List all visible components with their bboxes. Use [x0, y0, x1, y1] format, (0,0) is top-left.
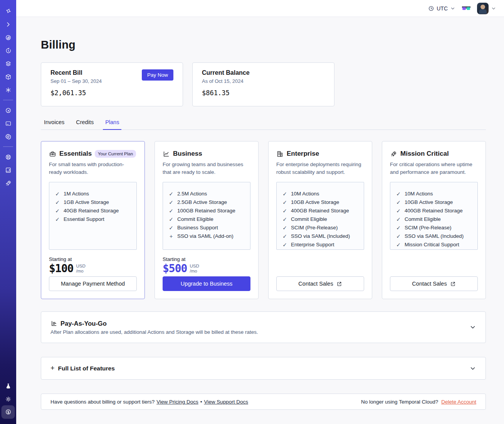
tab-plans[interactable]: Plans [104, 117, 120, 130]
feature-item: ✓1M Actions [55, 190, 131, 198]
upgrade-business-button[interactable]: Upgrade to Business [163, 276, 250, 291]
delete-account-link[interactable]: Delete Account [441, 399, 476, 405]
asterisk-icon[interactable] [2, 83, 15, 96]
feature-text: 1GB Active Storage [64, 198, 109, 207]
feature-text: 40GB Retained Storage [64, 207, 119, 215]
check-icon: ✓ [396, 241, 401, 249]
docs-book-icon[interactable] [2, 163, 15, 177]
feature-text: Business Support [177, 224, 218, 232]
billing-dollar-icon[interactable] [2, 405, 15, 419]
currency-label: USD [76, 264, 85, 269]
chevron-right-icon[interactable] [2, 18, 15, 31]
footer-separator: • [200, 399, 202, 405]
current-balance-card: Current Balance As of Oct 15, 2024 $861.… [192, 62, 334, 106]
plan-description: For small teams with production-ready wo… [49, 161, 137, 176]
check-icon: ✓ [282, 198, 287, 207]
price-block: Starting at $500 USD/mo [163, 256, 250, 274]
tab-invoices[interactable]: Invoices [43, 117, 65, 130]
contact-sales-button[interactable]: Contact Sales [276, 276, 364, 291]
cube-icon[interactable] [2, 70, 15, 83]
check-icon: ✓ [168, 198, 174, 207]
check-icon: ✓ [396, 207, 401, 215]
check-icon: ✓ [396, 215, 401, 224]
namespaces-icon[interactable] [2, 31, 15, 44]
layers-icon[interactable] [2, 57, 15, 70]
chevron-down-icon [450, 6, 455, 11]
feature-text: Enterprise Support [291, 241, 334, 249]
theme-sun-icon[interactable] [2, 392, 15, 405]
check-icon: ✓ [282, 207, 287, 215]
feature-text: 400GB Retained Storage [291, 207, 349, 215]
current-balance-amount: $861.35 [202, 89, 325, 97]
feature-item: ✓100GB Retained Storage [168, 207, 245, 215]
plan-name: Business [173, 150, 202, 158]
avatar [477, 3, 489, 14]
check-icon: ✓ [282, 232, 287, 241]
user-menu[interactable] [477, 3, 496, 14]
plan-price: $100 [49, 263, 73, 274]
chevron-down-icon[interactable] [469, 365, 476, 372]
sidebar-divider [3, 146, 13, 147]
contact-sales-button[interactable]: Contact Sales [390, 276, 478, 291]
footer-delete-question: No longer using Temporal Cloud? [361, 399, 438, 405]
check-icon: ✓ [282, 215, 287, 224]
chevron-down-icon[interactable] [469, 324, 476, 331]
view-support-docs-link[interactable]: View Support Docs [204, 399, 248, 405]
feature-item: ✓Enterprise Support [282, 241, 358, 249]
current-plan-badge: Your Current Plan [95, 150, 136, 158]
feature-item: ✓Commit Eligible [282, 215, 358, 224]
plan-name: Essentials [59, 150, 92, 158]
billing-footer: Have questions about billing or support … [41, 394, 486, 410]
recent-bill-title: Recent Bill [50, 69, 102, 76]
check-icon: ✓ [282, 224, 287, 232]
view-pricing-docs-link[interactable]: View Pricing Docs [156, 399, 198, 405]
feature-item: ✓Essential Support [55, 215, 131, 224]
check-icon: ✓ [396, 190, 401, 198]
feature-text: Commit Eligible [177, 215, 213, 224]
feature-item: ✓400GB Retained Storage [396, 207, 472, 215]
feature-list: ✓1M Actions ✓1GB Active Storage ✓40GB Re… [49, 182, 137, 250]
temporal-logo[interactable] [2, 5, 15, 18]
pay-now-button[interactable]: Pay Now [142, 69, 173, 81]
feature-item: ✓10GB Active Storage [282, 198, 358, 207]
feature-text: Commit Eligible [291, 215, 327, 224]
check-icon: ✓ [396, 224, 401, 232]
line-chart-icon [163, 150, 170, 158]
pay-as-you-go-section[interactable]: Pay-As-You-Go After Plan allocations are… [41, 311, 486, 343]
period-label: /mo [190, 269, 199, 274]
rocket-icon[interactable] [2, 177, 15, 190]
starting-at-label: Starting at [49, 256, 137, 262]
tab-credits[interactable]: Credits [75, 117, 94, 130]
plan-description: For growing teams and businesses that ar… [163, 161, 250, 176]
feature-item: ✓400GB Retained Storage [282, 207, 358, 215]
lifebuoy-icon[interactable] [2, 150, 15, 163]
manage-payment-button[interactable]: Manage Payment Method [49, 276, 137, 291]
feature-item: ✓2.5M Actions [168, 190, 245, 198]
chevron-down-icon [491, 6, 496, 11]
usage-gauge-icon[interactable] [2, 104, 15, 117]
gear-icon[interactable] [2, 130, 15, 143]
feature-item: ✓SCIM (Pre-Release) [282, 224, 358, 232]
feature-item: ✓Business Support [168, 224, 245, 232]
check-icon: ✓ [282, 241, 287, 249]
feature-item: ✓SSO via SAML (Included) [396, 232, 472, 241]
check-icon: ✓ [55, 190, 60, 198]
feature-text: SCIM (Pre-Release) [291, 224, 338, 232]
feature-item: ✓SCIM (Pre-Release) [396, 224, 472, 232]
timezone-label: UTC [437, 5, 448, 12]
full-features-section[interactable]: + Full List of Features [41, 357, 486, 380]
feature-text: SSO via SAML (Included) [291, 232, 350, 241]
plan-card-business: Business For growing teams and businesse… [155, 141, 259, 299]
feature-item: ✓Commit Eligible [168, 215, 245, 224]
timezone-picker[interactable]: UTC [428, 5, 455, 12]
3d-glasses-icon[interactable] [462, 5, 471, 12]
feature-item: ✓10M Actions [282, 190, 358, 198]
plans-grid: Essentials Your Current Plan For small t… [41, 141, 486, 299]
labs-flask-icon[interactable] [2, 379, 15, 392]
feature-text: Commit Eligible [405, 215, 441, 224]
check-icon: ✓ [55, 207, 60, 215]
invoices-card-icon[interactable] [2, 117, 15, 130]
feature-list: ✓10M Actions ✓10GB Active Storage ✓400GB… [390, 182, 478, 250]
schedules-icon[interactable] [2, 44, 15, 57]
feature-item: ✓10M Actions [396, 190, 472, 198]
